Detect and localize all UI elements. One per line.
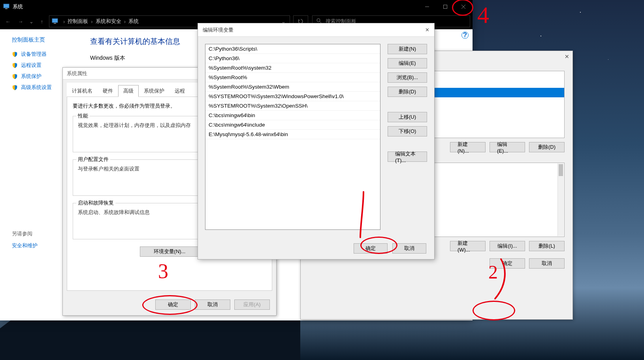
tab-hardware[interactable]: 硬件 bbox=[98, 85, 118, 97]
recent-dropdown[interactable]: ⌄ bbox=[28, 16, 35, 27]
scroll-thumb[interactable] bbox=[559, 164, 563, 176]
edit-sys-var-button[interactable]: 编辑(I)... bbox=[490, 241, 525, 251]
new-user-var-button[interactable]: 新建(N)... bbox=[450, 142, 486, 152]
tab-advanced[interactable]: 高级 bbox=[118, 85, 139, 97]
maximize-button[interactable] bbox=[436, 0, 454, 13]
minimize-button[interactable] bbox=[418, 0, 436, 13]
edit-env-var-dialog: 编辑环境变量 ✕ C:\Python36\Scripts\ C:\Python3… bbox=[198, 23, 435, 260]
crumb-0[interactable]: 控制面板 bbox=[68, 18, 88, 25]
path-entries-list[interactable]: C:\Python36\Scripts\ C:\Python36\ %Syste… bbox=[205, 44, 380, 230]
close-icon[interactable]: ✕ bbox=[425, 27, 429, 33]
tab-remote[interactable]: 远程 bbox=[169, 85, 190, 97]
path-row[interactable]: %SystemRoot%\System32\Wbem bbox=[205, 82, 380, 92]
shield-icon bbox=[12, 51, 18, 57]
path-row[interactable]: C:\Python36\ bbox=[205, 54, 380, 63]
shield-icon bbox=[12, 74, 18, 80]
annotation-number-4: 4 bbox=[477, 2, 489, 29]
move-up-button[interactable]: 上移(U) bbox=[388, 112, 427, 122]
tab-computer-name[interactable]: 计算机名 bbox=[67, 85, 98, 97]
svg-rect-7 bbox=[54, 23, 56, 24]
edit-dialog-title: 编辑环境变量 bbox=[203, 27, 233, 34]
editenv-cancel-button[interactable]: 取消 bbox=[392, 243, 426, 254]
new-entry-button[interactable]: 新建(N) bbox=[388, 44, 427, 54]
back-button[interactable]: ← bbox=[2, 16, 13, 27]
path-row[interactable]: %SystemRoot%\system32 bbox=[205, 63, 380, 73]
delete-user-var-button[interactable]: 删除(D) bbox=[529, 142, 565, 152]
svg-rect-1 bbox=[5, 8, 8, 9]
envvars-cancel-button[interactable]: 取消 bbox=[529, 258, 565, 269]
scrollbar[interactable] bbox=[557, 163, 564, 236]
see-also-security[interactable]: 安全和维护 bbox=[12, 242, 38, 249]
sysprops-cancel-button[interactable]: 取消 bbox=[195, 299, 230, 310]
path-row[interactable]: C:\bcs\mingw64\include bbox=[205, 120, 380, 130]
crumb-1[interactable]: 系统和安全 bbox=[96, 18, 121, 25]
control-panel-home[interactable]: 控制面板主页 bbox=[12, 36, 78, 44]
shield-icon bbox=[12, 85, 18, 91]
perf-legend: 性能 bbox=[76, 112, 90, 119]
breadcrumb: › 控制面板 › 系统和安全 › 系统 bbox=[60, 18, 139, 25]
new-sys-var-button[interactable]: 新建(W)... bbox=[450, 241, 486, 251]
sysprops-apply-button[interactable]: 应用(A) bbox=[234, 299, 270, 310]
sidebar-item-device-manager[interactable]: 设备管理器 bbox=[12, 51, 78, 58]
see-also-label: 另请参阅 bbox=[12, 230, 38, 237]
edit-user-var-button[interactable]: 编辑(E)... bbox=[490, 142, 525, 152]
titlebar: 系统 bbox=[0, 0, 473, 13]
path-row[interactable]: %SystemRoot% bbox=[205, 73, 380, 82]
path-row[interactable]: %SYSTEMROOT%\System32\OpenSSH\ bbox=[205, 101, 380, 111]
envvars-ok-button[interactable]: 确定 bbox=[490, 258, 525, 269]
environment-variables-button[interactable]: 环境变量(N)... bbox=[140, 246, 199, 257]
profile-legend: 用户配置文件 bbox=[76, 156, 110, 163]
up-button[interactable]: ↑ bbox=[36, 16, 47, 27]
startup-legend: 启动和故障恢复 bbox=[76, 199, 115, 207]
system-icon bbox=[3, 4, 9, 10]
browse-button[interactable]: 浏览(B)... bbox=[388, 72, 427, 83]
pc-icon bbox=[52, 18, 58, 25]
help-icon[interactable]: ? bbox=[461, 32, 469, 39]
close-button[interactable] bbox=[454, 0, 473, 13]
close-icon[interactable]: ✕ bbox=[565, 53, 569, 60]
delete-sys-var-button[interactable]: 删除(L) bbox=[529, 241, 565, 251]
path-row[interactable]: C:\Python36\Scripts\ bbox=[205, 44, 380, 54]
window-title: 系统 bbox=[13, 3, 418, 10]
svg-rect-0 bbox=[4, 4, 9, 8]
sysprops-ok-button[interactable]: 确定 bbox=[155, 299, 191, 310]
edit-entry-button[interactable]: 编辑(E) bbox=[388, 58, 427, 68]
svg-rect-6 bbox=[52, 19, 58, 23]
path-row[interactable]: %SYSTEMROOT%\System32\WindowsPowerShell\… bbox=[205, 92, 380, 101]
tab-protection[interactable]: 系统保护 bbox=[139, 85, 169, 97]
edit-text-button[interactable]: 编辑文本(T)... bbox=[388, 152, 427, 162]
svg-point-8 bbox=[317, 19, 320, 22]
svg-rect-3 bbox=[444, 5, 447, 9]
crumb-2[interactable]: 系统 bbox=[128, 18, 139, 25]
delete-entry-button[interactable]: 删除(D) bbox=[388, 87, 427, 97]
shield-icon bbox=[12, 63, 18, 68]
path-row[interactable]: E:\Mysql\mysql-5.6.48-winx64\bin bbox=[205, 130, 380, 139]
forward-button[interactable]: → bbox=[15, 16, 26, 27]
editenv-ok-button[interactable]: 确定 bbox=[354, 243, 388, 254]
path-row[interactable]: C:\bcs\mingw64\bin bbox=[205, 111, 380, 120]
move-down-button[interactable]: 下移(O) bbox=[388, 126, 427, 136]
